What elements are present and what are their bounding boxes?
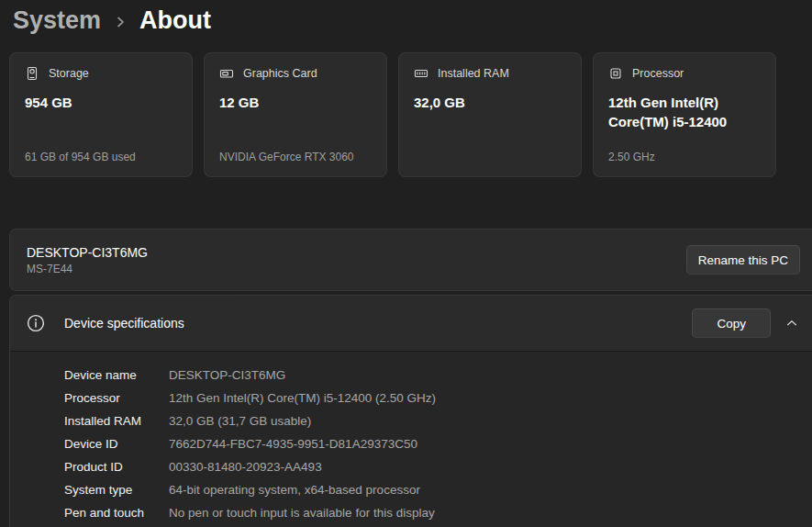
breadcrumb: System About <box>0 0 812 37</box>
device-model: MS-7E44 <box>27 263 148 275</box>
page-title: About <box>139 6 211 35</box>
processor-card: Processor 12th Gen Intel(R) Core(TM) i5-… <box>593 52 776 177</box>
info-icon <box>27 314 45 332</box>
device-specifications-header[interactable]: Device specifications Copy <box>10 296 812 351</box>
stat-value: 12th Gen Intel(R) Core(TM) i5-12400 <box>608 93 761 131</box>
stat-label: Processor <box>632 67 684 80</box>
spec-row-pen-and-touch: Pen and touch No pen or touch input is a… <box>64 501 800 524</box>
storage-icon <box>25 66 39 81</box>
stat-value: 32,0 GB <box>414 93 566 112</box>
spec-row-system-type: System type 64-bit operating system, x64… <box>64 478 800 501</box>
rename-pc-button[interactable]: Rename this PC <box>686 245 800 275</box>
device-name-card: DESKTOP-CI3T6MG MS-7E44 Rename this PC <box>9 229 812 291</box>
stat-label: Storage <box>49 67 89 80</box>
chevron-up-icon[interactable] <box>784 315 800 331</box>
spec-row-product-id: Product ID 00330-81480-20923-AA493 <box>64 455 800 478</box>
processor-icon <box>608 66 623 81</box>
copy-button[interactable]: Copy <box>692 308 771 338</box>
installed-ram-card: Installed RAM 32,0 GB <box>398 52 582 177</box>
ram-icon <box>414 66 428 81</box>
spec-row-device-name: Device name DESKTOP-CI3T6MG <box>64 364 800 387</box>
graphics-card-card: Graphics Card 12 GB NVIDIA GeForce RTX 3… <box>204 52 387 177</box>
stat-subtitle: 61 GB of 954 GB used <box>25 151 177 163</box>
chevron-right-icon <box>113 15 128 29</box>
device-specifications-expander: Device specifications Copy Device name D… <box>9 295 812 527</box>
device-specifications-content: Device name DESKTOP-CI3T6MG Processor 12… <box>10 351 812 527</box>
stat-label: Graphics Card <box>243 67 317 80</box>
stat-label: Installed RAM <box>438 67 509 80</box>
device-name: DESKTOP-CI3T6MG <box>27 244 148 261</box>
breadcrumb-system[interactable]: System <box>13 6 101 35</box>
stat-subtitle: NVIDIA GeForce RTX 3060 <box>219 151 372 163</box>
spec-row-processor: Processor 12th Gen Intel(R) Core(TM) i5-… <box>64 387 800 409</box>
stat-value: 954 GB <box>25 93 177 112</box>
expander-title: Device specifications <box>64 316 692 331</box>
spec-row-installed-ram: Installed RAM 32,0 GB (31,7 GB usable) <box>64 409 800 432</box>
storage-card: Storage 954 GB 61 GB of 954 GB used <box>9 52 193 177</box>
gpu-icon <box>219 66 234 81</box>
spec-row-device-id: Device ID 7662D744-FBC7-4935-9951-D81A29… <box>64 432 800 455</box>
stat-subtitle: 2.50 GHz <box>608 151 761 163</box>
stat-value: 12 GB <box>219 93 372 112</box>
stat-cards-row: Storage 954 GB 61 GB of 954 GB used Grap… <box>9 52 812 177</box>
